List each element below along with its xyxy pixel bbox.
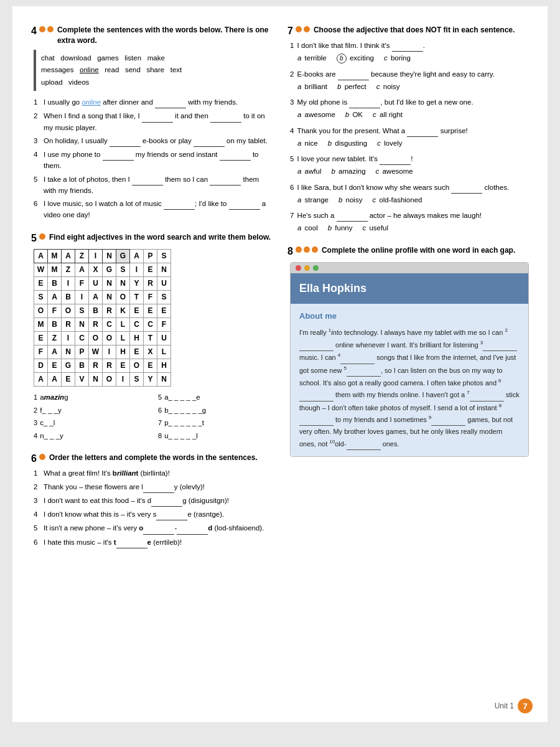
mcq-5: 5 I love your new tablet. It's ! a awful… [290, 154, 529, 177]
mcq-1-options: a terrible b exciting c boring [290, 53, 529, 63]
ws-cell: H [116, 345, 130, 359]
browser-bar [291, 263, 528, 273]
mcq-7-c: c useful [362, 223, 388, 233]
mcq-7-a: a cool [297, 223, 318, 233]
ws-cell: H [130, 331, 144, 345]
ws-cell: U [157, 276, 171, 290]
ws-row-0: A M A Z I N G A P S [34, 249, 171, 263]
ws-cell: C [144, 317, 157, 331]
online-word: online [80, 66, 99, 73]
dot-1 [39, 26, 45, 32]
section-8: 8 Complete the online profile with one w… [287, 245, 529, 458]
wa-8: 8 u_ _ _ _ _l [158, 430, 273, 442]
ws-cell: U [89, 276, 103, 290]
dot-7-2 [304, 26, 310, 32]
ws-cell: B [48, 276, 62, 290]
section-7-num: 7 [287, 25, 293, 37]
ws-cell: A [34, 249, 48, 263]
ws-row-5: M B R N R C L C C F [34, 317, 171, 331]
sup-8: 8 [499, 403, 502, 408]
ws-cell: R [62, 317, 75, 331]
wa-2: 2 f_ _ _y [34, 405, 148, 416]
blank-4-2b [210, 111, 241, 122]
ws-cell: N [75, 317, 89, 331]
section-5-title: Find eight adjectives in the word search… [49, 232, 273, 243]
mcq-6-b: b noisy [338, 195, 362, 205]
word-search: A M A Z I N G A P S [34, 249, 273, 441]
page-footer: Unit 1 7 [495, 698, 533, 713]
ws-cell: W [34, 263, 48, 276]
ws-cell: E [34, 331, 48, 345]
mcq-3-a: a awesome [297, 110, 335, 120]
ws-cell: P [75, 345, 89, 359]
mcq-7-options: a cool b funny c useful [290, 223, 529, 233]
ws-cell: W [89, 345, 103, 359]
ws-cell: E [116, 359, 130, 372]
mcq-6-options: a strange b noisy c old-fashioned [290, 195, 529, 205]
ws-cell: F [48, 304, 62, 317]
profile-box: Ella Hopkins About me I'm really 1into t… [290, 262, 529, 457]
mcq-6-a: a strange [297, 195, 329, 205]
profile-text: I'm really 1into technology. I always ha… [299, 326, 520, 450]
ws-cell: A [62, 249, 75, 263]
ws-cell: D [34, 359, 48, 372]
mcq-3-c: c all right [373, 110, 403, 120]
ws-cell: L [116, 317, 130, 331]
mcq-4-options: a nice b disgusting c lovely [290, 138, 529, 149]
word-bank-4: chat download games listen make messages… [34, 50, 273, 92]
dot-5-1 [39, 233, 45, 240]
ws-row-6: E Z I C O O L H T U [34, 331, 171, 345]
section-5-num: 5 [31, 232, 37, 244]
ws-cell: I [89, 249, 103, 263]
mcq-3-b: b OK [345, 110, 363, 120]
word-search-answers: 1 amazing 5 a_ _ _ _ _e 2 f_ _ _y 6 [34, 392, 273, 441]
browser-dot-red [296, 265, 301, 271]
mcq-3-options: a awesome b OK c all right [290, 110, 529, 120]
ws-cell: O [130, 359, 144, 372]
sup-6: 6 [498, 378, 501, 383]
pblank-6 [299, 389, 334, 402]
sentence-6-3: 3 I don't want to eat this food – it's d… [34, 496, 273, 507]
pblank-10 [347, 438, 381, 451]
sentence-4-5: 5 I take a lot of photos, then I them so… [34, 174, 273, 197]
ws-cell: F [144, 290, 157, 304]
mcq-3: 3 My old phone is , but I'd like to get … [290, 97, 529, 121]
pblank-3 [483, 339, 517, 351]
ws-cell: I [62, 331, 75, 345]
ws-cell: F [34, 345, 48, 359]
wa-1: 1 amazing [34, 392, 148, 403]
ws-cell: O [103, 372, 116, 386]
ws-cell: E [144, 359, 157, 372]
mcq-4-a: a nice [297, 138, 318, 149]
section-6: 6 Order the letters and complete the wor… [31, 453, 273, 548]
mcq-4-b: b disgusting [328, 138, 367, 149]
online-link: online [82, 98, 101, 106]
sentence-6-4: 4 I don't know what this is – it's very … [34, 509, 273, 520]
ws-cell: I [75, 290, 89, 304]
mcq-6: 6 I like Sara, but I don't know why she … [290, 182, 529, 206]
ws-cell: A [48, 372, 62, 386]
ws-row-1: W M Z A X G S I E N [34, 263, 171, 276]
ws-cell: X [89, 263, 103, 276]
ws-cell: N [157, 263, 171, 276]
section-5-header: 5 Find eight adjectives in the word sear… [31, 232, 273, 244]
ws-cell: I [62, 276, 75, 290]
sentence-4-6: 6 I love music, so I watch a lot of musi… [34, 199, 273, 221]
section-8-body: Ella Hopkins About me I'm really 1into t… [287, 262, 529, 457]
right-column: 7 Choose the adjective that does NOT fit… [287, 25, 529, 697]
ws-cell: C [130, 317, 144, 331]
ws-cell: E [130, 304, 144, 317]
sentence-6-1: 1 What a great film! It's brilliant (bir… [34, 468, 273, 479]
section-6-body: 1 What a great film! It's brilliant (bir… [31, 468, 273, 548]
section-6-num: 6 [31, 453, 37, 464]
pblank-2 [299, 339, 334, 351]
ws-cell: A [130, 249, 144, 263]
ws-cell: I [116, 372, 130, 386]
profile-about-title: About me [299, 310, 520, 323]
mcq-6-c: c old-fashioned [372, 195, 422, 205]
into-word: into [331, 329, 342, 336]
browser-dot-yellow [304, 265, 310, 271]
ws-cell: U [157, 331, 171, 345]
section-7-dots [296, 26, 310, 32]
ws-cell: V [75, 372, 89, 386]
